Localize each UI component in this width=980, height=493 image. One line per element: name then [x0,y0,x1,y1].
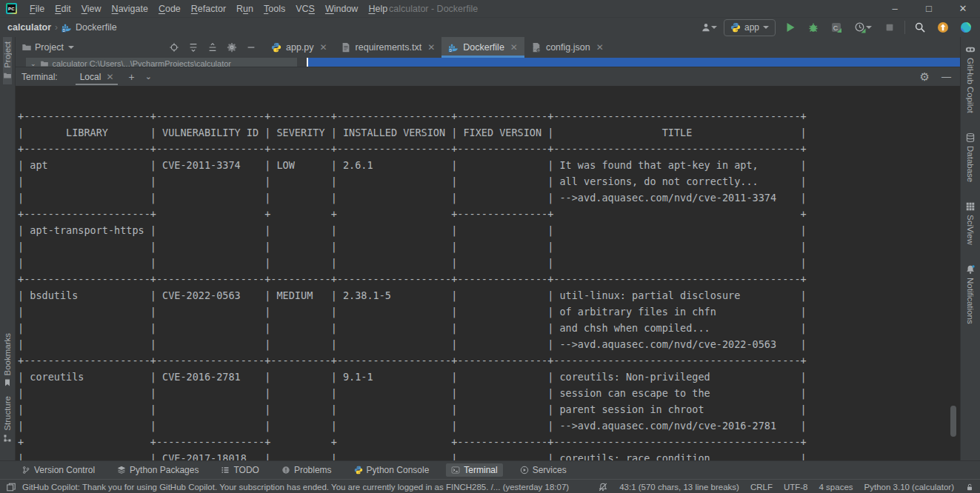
svg-text:C: C [833,24,839,32]
minus-button[interactable] [245,41,257,53]
indent[interactable]: 4 spaces [819,483,853,492]
close-icon[interactable]: ✕ [596,42,604,53]
run-config-selector[interactable]: app [724,19,776,36]
terminal-output[interactable]: +---------------------+-----------------… [16,86,960,460]
terminal-panel: Terminal: Local ✕ + ⌄ ⚙ — +-------------… [16,67,960,460]
menu-item-refactor[interactable]: Refactor [186,0,231,18]
editor-selected-line[interactable] [307,58,960,67]
stripe-button-project[interactable]: Project [3,37,12,84]
menu-item-view[interactable]: View [76,0,107,18]
stripe-button-sciview[interactable]: SciView [965,197,976,249]
menu-item-vcs[interactable]: VCS [290,0,320,18]
close-button[interactable]: ✕ [946,0,980,18]
tool-button-label: Problems [294,465,332,475]
user-button[interactable] [701,19,717,36]
close-icon[interactable]: ✕ [106,72,113,82]
profiler-button[interactable] [851,19,875,36]
close-icon[interactable]: ✕ [427,42,435,53]
tab-config-json[interactable]: {..}config.json✕ [524,37,610,58]
new-session-button[interactable]: + [128,71,134,83]
bell-muted-icon[interactable] [598,482,608,492]
user-icon [701,22,711,33]
run-button[interactable] [782,19,799,36]
debug-icon [807,21,819,33]
stripe-label: Structure [3,396,12,431]
collapse-all-button[interactable] [207,41,219,53]
menu-item-navigate[interactable]: Navigate [107,0,153,18]
tab-label: config.json [546,42,590,53]
tool-button-problems[interactable]: Problems [276,463,337,477]
stop-button[interactable] [881,19,898,36]
menu-item-code[interactable]: Code [153,0,186,18]
interpreter[interactable]: Python 3.10 (calculator) [864,483,954,492]
tab-app-py[interactable]: app.py✕ [264,37,334,58]
hide-panel-icon[interactable]: — [941,72,951,81]
search-everywhere-button[interactable] [912,19,928,36]
structure-icon [3,434,12,443]
terminal-scrollbar[interactable] [950,406,956,437]
minimize-button[interactable]: – [878,0,912,18]
expand-all-button[interactable] [187,41,199,53]
chevron-down-icon: ⌄ [30,61,36,67]
tool-button-terminal[interactable]: Terminal [446,463,502,477]
stripe-button-structure[interactable]: Structure [3,392,12,447]
caret-position[interactable]: 43:1 (570 chars, 13 line breaks) [619,483,739,492]
stripe-button-bookmarks[interactable]: Bookmarks [3,329,12,392]
chevron-down-icon [866,26,872,29]
project-panel-title[interactable]: Project [35,42,64,53]
tool-button-label: Python Packages [130,465,199,475]
run-icon [784,21,796,33]
tool-button-python-packages[interactable]: Python Packages [112,463,204,477]
title-bar: PC FileEditViewNavigateCodeRefactorRunTo… [0,0,980,18]
gear-icon[interactable]: ⚙ [920,71,930,82]
tab-requirements-txt[interactable]: requirements.txt✕ [334,37,442,58]
tool-windows-layout-icon[interactable] [6,482,16,492]
maximize-button[interactable]: □ [912,0,946,18]
breadcrumb-file[interactable]: Dockerfile [76,22,117,33]
menu-item-run[interactable]: Run [231,0,259,18]
menu-item-window[interactable]: Window [320,0,363,18]
lock-icon[interactable] [965,483,974,492]
center-column: Project app.py✕requirements.txt✕DDockerf… [16,37,960,460]
problems-icon [281,466,290,474]
menu-item-edit[interactable]: Edit [50,0,76,18]
stripe-button-notifications[interactable]: Notifications [965,260,976,329]
main-area: ProjectBookmarksStructure Project app.py… [0,37,980,460]
tool-button-python-console[interactable]: Python Console [349,463,435,477]
encoding[interactable]: UTF-8 [784,483,808,492]
bookmark-icon [3,378,12,387]
target-button[interactable] [168,41,180,53]
navigation-toolbar: calculator › D Dockerfile appC [0,18,980,37]
window-controls: – □ ✕ [878,0,980,18]
tool-button-todo[interactable]: TODO [216,463,264,477]
tab-dockerfile[interactable]: DDockerfile✕ [441,37,524,58]
terminal-panel-title: Terminal: [16,72,58,82]
tool-button-services[interactable]: Services [515,463,572,477]
close-icon[interactable]: ✕ [510,42,518,53]
docker-icon: D [448,42,459,53]
chevron-down-icon[interactable] [68,46,74,49]
tool-button-label: Python Console [367,465,430,475]
sciview-icon [965,201,976,212]
terminal-tab-local[interactable]: Local ✕ [76,67,119,86]
update-icon [937,21,949,33]
code-with-me-button[interactable] [958,19,974,36]
coverage-button[interactable]: C [828,19,844,36]
gear-button[interactable] [226,41,238,53]
project-tree-row[interactable]: ⌄ calculator C:\Users\...\PycharmProject… [26,58,297,67]
stripe-button-database[interactable]: Database [965,128,976,187]
debug-button[interactable] [805,19,821,36]
tool-button-version-control[interactable]: Version Control [16,463,100,477]
ide-update-button[interactable] [935,19,951,36]
menu-item-tools[interactable]: Tools [259,0,290,18]
tool-button-label: Terminal [464,465,497,475]
window-title: calculator - Dockerfile [389,0,478,18]
breadcrumb-project[interactable]: calculator [7,22,51,33]
chevron-down-icon[interactable]: ⌄ [145,72,152,81]
menu-item-file[interactable]: File [24,0,50,18]
stripe-label: Project [3,41,12,68]
line-ending[interactable]: CRLF [750,483,773,492]
status-message[interactable]: GitHub Copilot: Thank you for using GitH… [22,483,569,492]
stripe-button-github-copilot[interactable]: GitHub Copilot [965,40,976,118]
close-icon[interactable]: ✕ [320,42,327,53]
